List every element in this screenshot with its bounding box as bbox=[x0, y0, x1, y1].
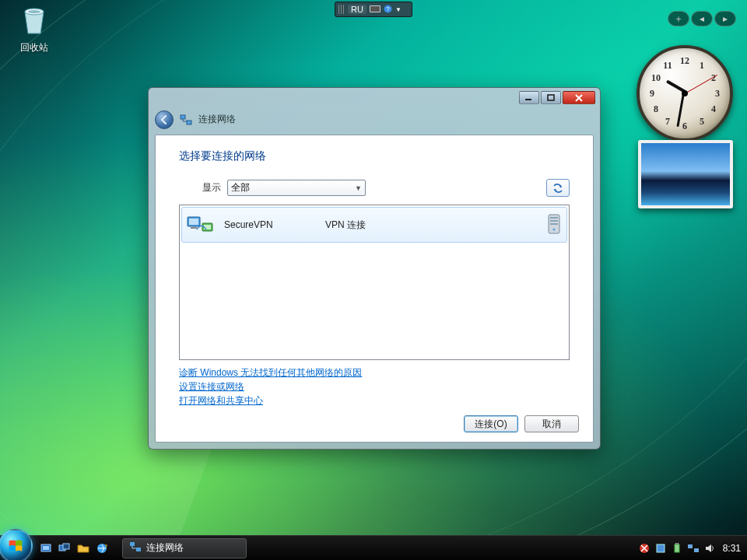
start-button[interactable] bbox=[0, 529, 33, 560]
minimize-button[interactable] bbox=[519, 91, 539, 104]
language-indicator[interactable]: RU bbox=[348, 5, 366, 14]
svg-rect-17 bbox=[550, 220, 558, 222]
vpn-connection-icon bbox=[187, 214, 213, 236]
server-icon bbox=[523, 213, 562, 236]
network-name: SecureVPN bbox=[224, 219, 325, 230]
link-diagnose[interactable]: 诊断 Windows 无法找到任何其他网络的原因 bbox=[179, 366, 570, 380]
svg-rect-12 bbox=[191, 227, 197, 229]
quicklaunch-show-desktop[interactable] bbox=[37, 540, 54, 557]
sidebar-controls: ＋ ◂ ▸ bbox=[668, 11, 736, 26]
grip-icon bbox=[338, 5, 345, 14]
security-alert-icon[interactable] bbox=[638, 542, 651, 555]
slideshow-gadget[interactable] bbox=[638, 140, 733, 208]
quicklaunch-explorer[interactable] bbox=[75, 540, 92, 557]
system-tray[interactable]: 8:31 bbox=[638, 542, 747, 555]
svg-rect-25 bbox=[130, 542, 135, 546]
svg-rect-28 bbox=[657, 544, 665, 552]
filter-select-value: 全部 bbox=[231, 181, 250, 194]
recycle-bin-label: 回收站 bbox=[6, 41, 62, 54]
svg-rect-8 bbox=[181, 115, 185, 119]
svg-rect-18 bbox=[550, 223, 558, 225]
svg-rect-6 bbox=[525, 99, 531, 100]
svg-rect-16 bbox=[550, 217, 558, 219]
clock-gadget[interactable]: 12 3 6 9 1 2 4 5 7 8 10 11 bbox=[637, 45, 733, 142]
quicklaunch-ie[interactable] bbox=[93, 540, 110, 557]
prev-gadget-button[interactable]: ◂ bbox=[691, 11, 713, 26]
svg-text:?: ? bbox=[386, 5, 390, 12]
add-gadget-button[interactable]: ＋ bbox=[668, 11, 689, 26]
back-button[interactable] bbox=[155, 110, 174, 129]
network-type: VPN 连接 bbox=[325, 219, 523, 232]
refresh-icon bbox=[552, 183, 564, 194]
close-button[interactable] bbox=[563, 91, 595, 104]
svg-rect-33 bbox=[694, 548, 699, 552]
langbar-menu-icon[interactable]: ▼ bbox=[395, 6, 402, 13]
tray-clock[interactable]: 8:31 bbox=[723, 543, 741, 554]
recycle-bin-icon bbox=[16, 2, 53, 40]
svg-point-1 bbox=[28, 10, 40, 13]
recycle-bin[interactable]: 回收站 bbox=[6, 2, 62, 54]
connect-network-window: 连接网络 选择要连接的网络 显示 全部 ▼ SecureVPN VPN 连接 bbox=[148, 87, 601, 450]
taskbar-item-connect-network[interactable]: 连接网络 bbox=[122, 538, 247, 558]
quicklaunch-switch-windows[interactable] bbox=[56, 540, 73, 557]
taskbar-item-label: 连接网络 bbox=[146, 541, 184, 555]
svg-rect-29 bbox=[675, 544, 679, 552]
svg-point-19 bbox=[553, 229, 556, 231]
network-icon bbox=[180, 114, 192, 126]
filter-select[interactable]: 全部 ▼ bbox=[227, 180, 366, 196]
help-icon[interactable]: ? bbox=[384, 5, 392, 15]
connect-button[interactable]: 连接(O) bbox=[464, 415, 518, 432]
link-sharing-center[interactable]: 打开网络和共享中心 bbox=[179, 394, 570, 408]
svg-rect-7 bbox=[548, 95, 554, 100]
taskbar[interactable]: 连接网络 8:31 bbox=[0, 535, 747, 560]
next-gadget-button[interactable]: ▸ bbox=[714, 11, 736, 26]
volume-icon[interactable] bbox=[703, 542, 716, 555]
tray-app-icon[interactable] bbox=[654, 542, 667, 555]
refresh-button[interactable] bbox=[546, 179, 570, 197]
chevron-down-icon: ▼ bbox=[355, 184, 362, 192]
svg-rect-23 bbox=[63, 544, 69, 549]
instruction-text: 选择要连接的网络 bbox=[179, 149, 570, 163]
svg-rect-21 bbox=[43, 546, 49, 550]
filter-label: 显示 bbox=[202, 181, 221, 194]
svg-rect-3 bbox=[370, 6, 380, 12]
power-icon[interactable] bbox=[671, 542, 683, 555]
svg-rect-31 bbox=[677, 543, 679, 544]
svg-rect-26 bbox=[136, 548, 141, 551]
maximize-button[interactable] bbox=[541, 91, 561, 104]
network-list[interactable]: SecureVPN VPN 连接 bbox=[179, 205, 570, 360]
language-bar[interactable]: RU ? ▼ bbox=[335, 2, 412, 17]
link-setup-connection[interactable]: 设置连接或网络 bbox=[179, 380, 570, 394]
cancel-button[interactable]: 取消 bbox=[524, 415, 579, 432]
svg-rect-32 bbox=[688, 544, 693, 548]
network-tray-icon[interactable] bbox=[687, 542, 700, 555]
svg-rect-11 bbox=[189, 219, 198, 225]
svg-rect-30 bbox=[675, 543, 677, 544]
svg-rect-9 bbox=[187, 121, 191, 124]
keyboard-icon[interactable] bbox=[370, 5, 381, 14]
network-icon bbox=[129, 541, 142, 555]
network-item-securevpn[interactable]: SecureVPN VPN 连接 bbox=[181, 207, 567, 243]
window-title: 连接网络 bbox=[198, 113, 236, 126]
